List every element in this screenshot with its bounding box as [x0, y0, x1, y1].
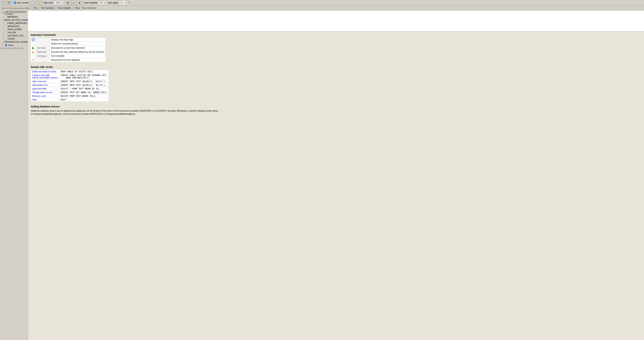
- sql-link-update[interactable]: Change data in a row: [31, 91, 59, 94]
- command-row-history: ↕ Shows the Command History: [31, 42, 106, 46]
- sql-code-help: HELP ...: [59, 98, 109, 102]
- sql-link-delete[interactable]: Remove a row: [31, 94, 59, 98]
- refresh-icon: ↻: [2, 1, 5, 4]
- sidebar: + 🗄 jdbc:h2:/home/cjmamo/scm/dhis2 + BIN…: [0, 10, 28, 340]
- sql-link-drop[interactable]: Delete the table if it exists: [31, 70, 59, 74]
- sql-link-insert2[interactable]: Add another row: [31, 83, 59, 87]
- command-row-run: ▶ Ctrl+Enter Executes the current SQL st…: [31, 46, 106, 50]
- sidebar-connection-label: jdbc:h2:/home/cjmamo/scm/dhis2: [6, 11, 27, 15]
- sql-code-delete: DELETE FROM TEST WHERE ID=2;: [59, 94, 109, 98]
- autoselect-select[interactable]: On Off: [119, 1, 126, 4]
- sql-link-create[interactable]: Create a new tablewith ID and NAME colum…: [31, 74, 59, 80]
- history-icon: ⏱: [32, 1, 35, 4]
- disconnect-cmd-key: [36, 58, 50, 62]
- clear-sql-button[interactable]: Clear: [73, 6, 82, 10]
- user-icon: 👤: [5, 44, 7, 46]
- sql-input[interactable]: [28, 10, 644, 31]
- help-circle-icon: ?: [32, 38, 35, 41]
- command-row-help: ? Displays this Help Page: [31, 38, 106, 42]
- db-icon: 🗄: [2, 12, 5, 14]
- sql-link-insert1[interactable]: Add a new row: [31, 80, 59, 83]
- connection-url: jdbc:h2:/home/cjmamo/scm/dhis2: [1, 7, 31, 10]
- sql-editor: [28, 10, 644, 32]
- sql-code-drop: DROP TABLE IF EXISTS TEST;: [59, 70, 109, 74]
- expand-success-log-icon: +: [2, 35, 4, 37]
- sidebar-item-bindings[interactable]: + BINDINGS: [0, 15, 28, 18]
- expand-large-messages-icon: +: [2, 22, 4, 24]
- autocommit-checkbox[interactable]: [14, 2, 16, 4]
- sql-code-create: CREATE TABLE TEST(ID INT PRIMARY KEY, NA…: [59, 74, 109, 80]
- sql-row-update: Change data in a row UPDATE TEST SET NAM…: [31, 91, 109, 94]
- sidebar-item-poller[interactable]: + POLLER: [0, 31, 28, 34]
- disconnect-icon-cmd: ⇌: [32, 58, 34, 61]
- command-row-disconnect: ⇌ Disconnects from the database: [31, 58, 106, 62]
- expand-dead-letter-icon: +: [2, 19, 4, 21]
- sql-statement-label: SQL statement:: [82, 7, 96, 9]
- sidebar-item-dead-letter[interactable]: + DEAD_LETTER_CHANNEL: [0, 18, 28, 22]
- table-icon-poller: [5, 32, 7, 34]
- info-icon: ℹ: [1, 47, 2, 49]
- sql-row-help: Help HELP ...: [31, 98, 109, 102]
- run-selected-button[interactable]: ▶: [71, 1, 76, 5]
- save-icon: 💾: [8, 1, 11, 4]
- separator-1: [12, 1, 13, 4]
- sql-row-create: Create a new tablewith ID and NAME colum…: [31, 74, 109, 80]
- autocomplete-cmd-key: Ctrl+Space: [36, 54, 50, 58]
- toolbar-help-icon[interactable]: ?: [128, 1, 129, 4]
- sql-link-help[interactable]: Help: [31, 98, 59, 102]
- autocommit-label: Auto commit: [17, 2, 28, 4]
- autocomplete-cmd-icon-cell: [31, 54, 36, 58]
- run-selected-sql-button[interactable]: Run Selected: [40, 6, 55, 10]
- sidebar-label-bindings: BINDINGS: [8, 16, 18, 18]
- sidebar-label-large-messages: LARGE_MESSAGES: [7, 22, 27, 24]
- sidebar-label-success-log: SUCCESS_LOG: [8, 34, 23, 37]
- commands-table: ? Displays this Help Page ↕ Shows the Co…: [31, 38, 106, 62]
- autoselect-label: Auto select: [108, 2, 118, 4]
- autocomplete-select[interactable]: Off On: [98, 1, 106, 4]
- disconnect-cmd-desc: Disconnects from the database: [50, 58, 106, 62]
- save-button[interactable]: 💾: [7, 1, 12, 5]
- sql-link-select[interactable]: Query the table: [31, 87, 59, 91]
- sidebar-item-success-log[interactable]: + SUCCESS_LOG: [0, 34, 28, 37]
- expand-token-icon: +: [2, 38, 4, 40]
- run-button[interactable]: ▶: [66, 1, 71, 5]
- sidebar-item-messages[interactable]: + MESSAGES: [0, 25, 28, 28]
- expand-users-icon: +: [2, 44, 4, 46]
- sidebar-item-users[interactable]: + 👤 Users: [0, 44, 28, 47]
- run-selected-cmd-icon-cell: ▶: [31, 50, 36, 54]
- sidebar-label-messages: MESSAGES: [8, 25, 19, 28]
- sql-code-select: SELECT * FROM TEST ORDER BY ID;: [59, 87, 109, 91]
- sidebar-item-info-schema[interactable]: + INFORMATION_SCHEMA: [0, 40, 28, 44]
- history-icon-cmd: ↕: [32, 42, 34, 45]
- expand-messages-icon: +: [2, 26, 4, 27]
- sidebar-item-page-store[interactable]: + PAGE_STORE: [0, 28, 28, 31]
- sidebar-item-large-messages[interactable]: + LARGE_MESSAGES: [0, 22, 28, 25]
- expand-info-schema-icon: +: [2, 41, 4, 43]
- help-cmd-icon-cell: ?: [31, 38, 36, 42]
- maxrows-select[interactable]: 1000 500 100 50 10: [54, 1, 64, 4]
- auto-complete-sql-button[interactable]: Auto complete: [56, 6, 72, 10]
- table-icon-page-store: [5, 28, 7, 30]
- sidebar-expand-root[interactable]: + 🗄 jdbc:h2:/home/cjmamo/scm/dhis2: [0, 10, 28, 15]
- toolbar: ↻ 💾 Auto commit ⏱ 🔔 Max rows: 1000 500 1…: [0, 0, 644, 6]
- separator-4: [64, 1, 65, 4]
- table-icon-dead-letter: [4, 19, 4, 21]
- run-sql-button[interactable]: Run: [32, 6, 39, 10]
- sidebar-label-users: Users: [8, 44, 13, 46]
- disconnect-cmd-icon-cell: ⇌: [31, 58, 36, 62]
- sidebar-label-token: TOKEN: [8, 38, 15, 40]
- sql-row-select: Query the table SELECT * FROM TEST ORDER…: [31, 87, 109, 91]
- separator-3: [42, 1, 43, 4]
- help-cmd-key-help: [36, 38, 50, 42]
- sql-code-insert2: INSERT INTO TEST VALUES(2, 'World');: [59, 83, 109, 87]
- sidebar-label-page-store: PAGE_STORE: [8, 28, 22, 31]
- sidebar-item-token[interactable]: + TOKEN: [0, 37, 28, 40]
- run-selected-cmd-key: Shift+Enter: [36, 50, 50, 54]
- commit-button[interactable]: 🔔: [36, 1, 42, 5]
- separator-5: [83, 1, 83, 4]
- sample-sql-title: Sample SQL Script: [31, 66, 641, 68]
- history-button[interactable]: ⏱: [31, 1, 36, 5]
- refresh-button[interactable]: ↻: [1, 1, 6, 5]
- stop-button[interactable]: ■: [77, 1, 82, 5]
- sql-row-insert1: Add a new row INSERT INTO TEST VALUES(1,…: [31, 80, 109, 83]
